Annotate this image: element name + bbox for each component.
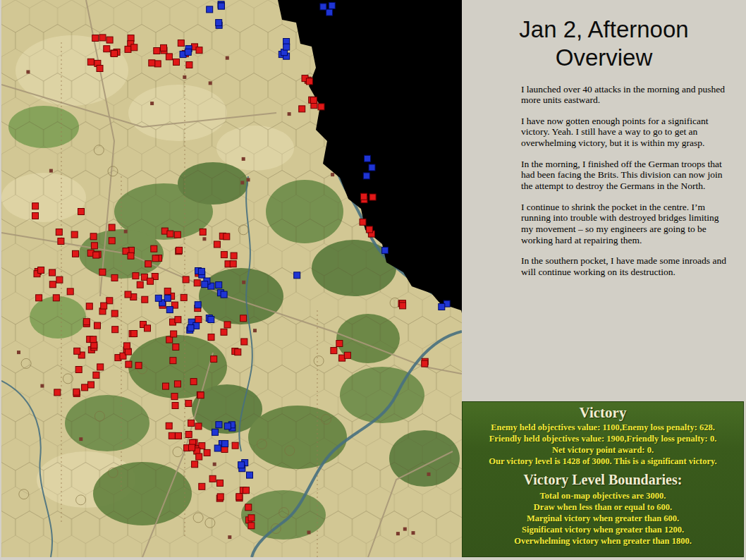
commentary-paragraph: I launched over 40 attacks in the mornin… (521, 84, 732, 106)
victory-boundary-line: Overwhelming victory when greater than 1… (463, 535, 743, 547)
commentary-paragraph: I have now gotten enough points for a si… (521, 116, 732, 149)
commentary-paragraph: I continue to shrink the pocket in the c… (521, 202, 732, 246)
victory-boundary-line: Marginal victory when greater than 600. (463, 513, 743, 524)
victory-boundary-line: Draw when less than or equal to 600. (463, 501, 743, 513)
commentary: I launched over 40 attacks in the mornin… (521, 84, 732, 278)
victory-heading: Victory (463, 404, 743, 422)
victory-line: Enemy held objectives value: 1100,Enemy … (463, 422, 743, 433)
overview-title: Jan 2, Afternoon Overview (467, 16, 740, 73)
victory-panel: Victory Enemy held objectives value: 110… (462, 401, 744, 557)
commentary-paragraph: In the southern pocket, I have made some… (521, 255, 732, 277)
info-panel: Jan 2, Afternoon Overview I launched ove… (462, 0, 746, 560)
game-window: Jan 2, Afternoon Overview I launched ove… (0, 0, 746, 560)
commentary-paragraph: In the morning, I finished off the Germa… (521, 159, 732, 192)
victory-line: Our victory level is 1428 of 3000. This … (463, 456, 743, 467)
victory-line: Net victory point award: 0. (463, 444, 743, 456)
game-map[interactable] (0, 0, 462, 560)
window-frame-bottom (0, 557, 462, 560)
victory-boundary-line: Total on-map objectives are 3000. (463, 490, 743, 501)
victory-boundaries-heading: Victory Level Boundaries: (463, 472, 743, 488)
map-canvas (1, 0, 462, 557)
victory-boundary-line: Significant victory when greater than 12… (463, 524, 743, 535)
victory-line: Friendly held objectives value: 1900,Fri… (463, 433, 743, 444)
